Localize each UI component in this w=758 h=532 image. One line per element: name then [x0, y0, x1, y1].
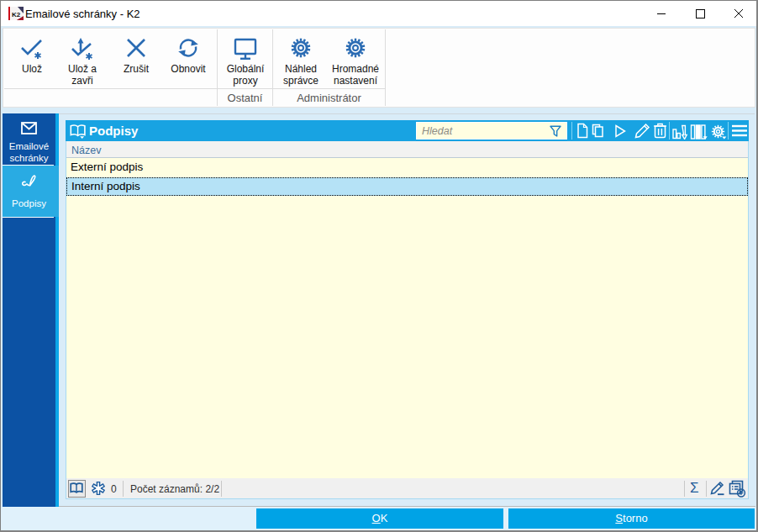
- svg-text:K2: K2: [12, 11, 21, 18]
